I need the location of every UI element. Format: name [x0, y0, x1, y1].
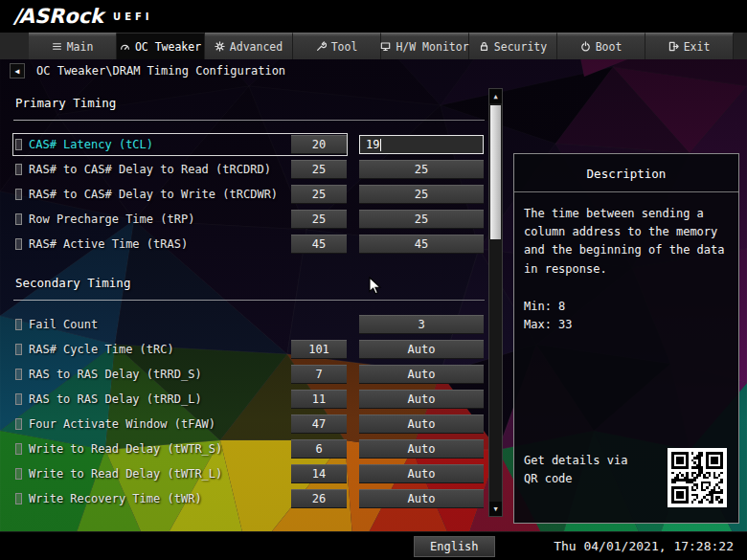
setting-value-box[interactable]: Auto [359, 414, 484, 434]
scroll-down-button[interactable]: ▼ [489, 502, 502, 516]
setting-bullet-icon [15, 139, 22, 150]
setting-row[interactable]: RAS# to CAS# Delay to Write (tRCDWR)2525 [13, 184, 485, 205]
setting-value-box[interactable]: 25 [359, 160, 484, 179]
description-title: Description [514, 154, 738, 191]
setting-row[interactable]: Row Precharge Time (tRP)2525 [13, 209, 485, 230]
setting-label: Four Activate Window (tFAW) [29, 417, 215, 431]
setting-bullet-icon [15, 238, 22, 250]
setting-bullet-icon [15, 189, 22, 200]
section-divider [13, 300, 485, 301]
uefi-screen: /ASRock UEFI MainOC TweakerAdvancedToolH… [0, 0, 747, 560]
breadcrumb: OC Tweaker\DRAM Timing Configuration [36, 64, 285, 78]
setting-edit-input[interactable]: 19 [359, 135, 484, 154]
setting-current-value: 25 [291, 210, 347, 229]
tab-advanced[interactable]: Advanced [205, 33, 293, 59]
tab-security[interactable]: Security [469, 33, 557, 59]
setting-current-value: 25 [291, 185, 347, 204]
qr-code [668, 448, 727, 507]
setting-bullet-icon [15, 164, 22, 175]
setting-current-value: 20 [291, 135, 347, 154]
tab-label: Security [494, 40, 547, 54]
setting-label: RAS# to CAS# Delay to Read (tRCDRD) [29, 163, 271, 176]
gauge-icon [120, 41, 130, 52]
setting-row[interactable]: Write Recovery Time (tWR)26Auto [13, 488, 485, 509]
scrollbar-thumb[interactable] [490, 105, 501, 239]
setting-bullet-icon [15, 493, 22, 504]
tab-h-w-monitor[interactable]: H/W Monitor [381, 33, 469, 59]
setting-row-left: RAS# Cycle Time (tRC)101 [13, 339, 347, 360]
tab-tool[interactable]: Tool [293, 33, 381, 59]
setting-current-value: 101 [291, 340, 347, 359]
up-arrow-icon: ▲ [493, 93, 497, 101]
tab-label: OC Tweaker [135, 40, 201, 54]
setting-row-left: Write to Read Delay (tWTR_L)14 [13, 463, 347, 484]
setting-value-box[interactable]: Auto [359, 464, 484, 483]
product-name: UEFI [113, 11, 153, 22]
setting-bullet-icon [15, 393, 22, 405]
setting-row[interactable]: RAS# Active Time (tRAS)4545 [13, 234, 485, 255]
setting-value-box[interactable]: 45 [359, 235, 484, 254]
tab-oc-tweaker[interactable]: OC Tweaker [117, 33, 205, 59]
tab-main[interactable]: Main [29, 33, 117, 59]
scrollbar[interactable]: ▲ ▼ [488, 88, 503, 517]
scroll-up-button[interactable]: ▲ [489, 89, 502, 103]
description-footer: Get details via QR code [524, 448, 727, 507]
setting-label: RAS# Cycle Time (tRC) [29, 343, 174, 356]
setting-value-box[interactable]: Auto [359, 365, 484, 384]
language-button[interactable]: English [414, 536, 495, 557]
setting-row[interactable]: Write to Read Delay (tWTR_S)6Auto [13, 438, 485, 459]
description-body: The time between sending a column addres… [514, 192, 738, 279]
setting-value-box[interactable]: 25 [359, 185, 484, 204]
text-caret [380, 139, 381, 151]
setting-current-value: 7 [291, 365, 347, 384]
setting-label: CAS# Latency (tCL) [29, 138, 153, 151]
setting-row-left: RAS to RAS Delay (tRRD_S)7 [13, 364, 347, 385]
setting-current-value: 14 [291, 464, 347, 483]
setting-row[interactable]: Fail Count3 [13, 314, 485, 335]
menu-icon [52, 41, 62, 52]
setting-value-box[interactable]: Auto [359, 340, 484, 359]
setting-row-left: RAS# Active Time (tRAS)45 [13, 234, 347, 255]
setting-current-value: 11 [291, 390, 347, 409]
setting-label: Write to Read Delay (tWTR_S) [29, 442, 222, 456]
setting-value-box[interactable]: Auto [359, 489, 484, 508]
setting-row-left: RAS# to CAS# Delay to Write (tRCDWR)25 [13, 184, 347, 205]
setting-bullet-icon [15, 319, 22, 330]
setting-row[interactable]: CAS# Latency (tCL)2019 [13, 134, 485, 155]
asrock-logo: /ASRock [13, 5, 103, 28]
tab-label: Main [67, 40, 94, 54]
setting-value-box[interactable]: Auto [359, 439, 484, 459]
setting-row-left: Fail Count [13, 314, 347, 335]
setting-bullet-icon [15, 443, 22, 455]
setting-row[interactable]: RAS# Cycle Time (tRC)101Auto [13, 339, 485, 360]
setting-value-box[interactable]: 25 [359, 210, 484, 229]
back-button[interactable]: ◀ [10, 63, 25, 78]
setting-bullet-icon [15, 369, 22, 380]
setting-row[interactable]: RAS# to CAS# Delay to Read (tRCDRD)2525 [13, 159, 485, 180]
setting-row[interactable]: Write to Read Delay (tWTR_L)14Auto [13, 463, 485, 484]
setting-row[interactable]: RAS to RAS Delay (tRRD_L)11Auto [13, 389, 485, 410]
tab-label: Exit [684, 40, 711, 54]
setting-value-box[interactable]: 3 [359, 315, 484, 334]
tab-exit[interactable]: Exit [645, 33, 734, 59]
section-title: Primary Timing [15, 96, 485, 110]
setting-label: RAS to RAS Delay (tRRD_L) [29, 392, 202, 406]
setting-label: RAS# to CAS# Delay to Write (tRCDWR) [29, 188, 278, 201]
setting-row[interactable]: RAS to RAS Delay (tRRD_S)7Auto [13, 364, 485, 385]
tab-label: Advanced [230, 40, 283, 54]
datetime-display: Thu 04/01/2021, 17:28:22 [554, 539, 734, 553]
setting-row-left: Write Recovery Time (tWR)26 [13, 488, 347, 509]
setting-bullet-icon [15, 213, 22, 225]
setting-row[interactable]: Four Activate Window (tFAW)47Auto [13, 414, 485, 435]
setting-current-value: 26 [291, 489, 347, 508]
monitor-icon [380, 41, 391, 52]
brand-name: ASRock [19, 5, 103, 28]
tab-label: H/W Monitor [396, 40, 468, 54]
description-panel: Description The time between sending a c… [513, 153, 739, 524]
lock-icon [479, 41, 489, 52]
setting-label: Write Recovery Time (tWR) [29, 492, 202, 505]
setting-label: Row Precharge Time (tRP) [29, 213, 194, 226]
setting-row-left: RAS# to CAS# Delay to Read (tRCDRD)25 [13, 159, 347, 180]
tab-boot[interactable]: Boot [557, 33, 645, 59]
setting-value-box[interactable]: Auto [359, 390, 484, 409]
